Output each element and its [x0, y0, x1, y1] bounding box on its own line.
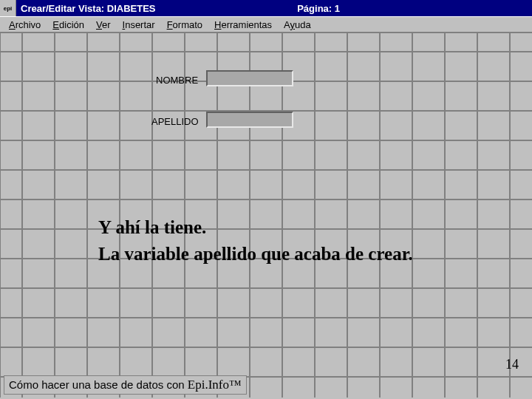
page-number: 1 [335, 3, 340, 14]
page-indicator: Página: 1 [297, 3, 532, 14]
menubar: Archivo Edición Ver Insertar Formato Her… [0, 16, 532, 33]
titlebar: epi Crear/Editar Vista: DIABETES Página:… [0, 0, 532, 16]
title-view-name: DIABETES [107, 3, 156, 14]
field-label-apellido: APELLIDO [151, 116, 199, 127]
field-input-apellido[interactable] [206, 112, 293, 128]
form-canvas[interactable]: NOMBRE APELLIDO Y ahí la tiene. La varia… [0, 33, 532, 398]
app-icon-text: epi [4, 5, 13, 12]
footer-product: Epi.Info™ [188, 378, 242, 392]
slide-number: 14 [505, 357, 519, 372]
menu-insertar[interactable]: Insertar [117, 18, 161, 32]
menu-formato[interactable]: Formato [161, 18, 208, 32]
title-prefix: Crear/Editar Vista: [21, 3, 107, 14]
page-label: Página: [297, 3, 335, 14]
overlay-line2: La variable apellido que acaba de crear. [98, 242, 413, 267]
menu-archivo[interactable]: Archivo [3, 18, 47, 32]
menu-herramientas[interactable]: Herramientas [208, 18, 278, 32]
menu-ayuda[interactable]: Ayuda [278, 18, 317, 32]
footer-label: Cómo hacer una base de datos con Epi.Inf… [4, 375, 247, 395]
field-input-nombre[interactable] [206, 70, 293, 86]
menu-ver[interactable]: Ver [90, 18, 117, 32]
window-title: Crear/Editar Vista: DIABETES [19, 3, 156, 14]
menu-edicion[interactable]: Edición [47, 18, 90, 32]
overlay-line1: Y ahí la tiene. [98, 215, 206, 240]
field-label-nombre: NOMBRE [156, 75, 198, 86]
app-icon: epi [0, 0, 16, 16]
footer-text: Cómo hacer una base de datos con [9, 378, 188, 391]
